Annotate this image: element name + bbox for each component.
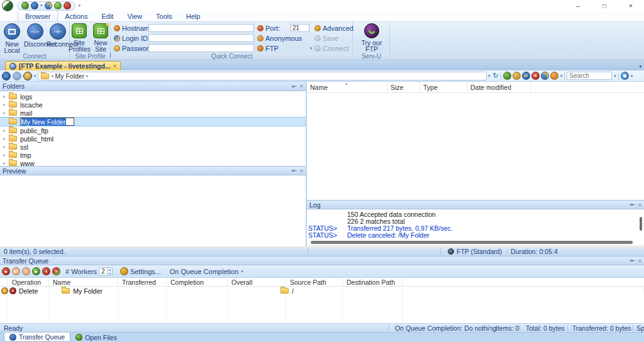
log-pin-icon[interactable] bbox=[630, 202, 635, 207]
tab-transfer-queue[interactable]: Transfer Queue bbox=[4, 333, 70, 342]
app-logo-icon[interactable] bbox=[2, 0, 13, 11]
search-scope-dropdown-icon[interactable]: ▾ bbox=[631, 74, 633, 79]
password-input[interactable] bbox=[148, 44, 254, 52]
tree-item[interactable]: ▸public_ftp bbox=[0, 126, 306, 135]
skip-item-icon[interactable]: ▶‖ bbox=[12, 267, 20, 275]
hostname-input[interactable] bbox=[148, 24, 254, 32]
protocol-dropdown-icon[interactable]: ▾ bbox=[310, 46, 313, 51]
tab-open-files[interactable]: Open Files bbox=[70, 333, 122, 342]
search-input[interactable] bbox=[567, 72, 612, 80]
refresh-icon[interactable]: ↻ bbox=[493, 72, 499, 80]
folder-icon bbox=[9, 136, 17, 141]
port-input[interactable] bbox=[291, 24, 309, 32]
tab-tools[interactable]: Tools bbox=[149, 11, 179, 21]
advanced-button[interactable]: Advanced bbox=[314, 24, 353, 33]
pause-item-icon[interactable]: ‖ bbox=[22, 267, 30, 275]
tree-item-editing[interactable]: My New Folder bbox=[0, 117, 306, 126]
queue-row[interactable]: ‖ ✕ Delete My Folder / bbox=[0, 287, 644, 295]
quick-connect-toolbar-icon[interactable] bbox=[503, 72, 511, 80]
column-operation[interactable]: Operation bbox=[8, 278, 49, 286]
log-body[interactable]: 150 Accepted data connection 226 2 match… bbox=[307, 209, 644, 246]
cancel-item-icon[interactable]: ✕ bbox=[42, 267, 50, 275]
on-queue-completion-menu[interactable]: On Queue Completion bbox=[170, 268, 238, 275]
tab-browser[interactable]: Browser bbox=[18, 11, 58, 21]
column-queue-name[interactable]: Name bbox=[49, 278, 118, 286]
breadcrumb-path[interactable]: My Folder bbox=[55, 72, 85, 80]
tree-item[interactable]: ▸lscache bbox=[0, 101, 306, 109]
qat-disconnect-dropdown-icon[interactable]: ▾ bbox=[40, 3, 43, 8]
tab-list-dropdown-icon[interactable]: ▾ bbox=[639, 64, 641, 69]
reconnect-button[interactable]: ⊣⊢ Reconnect bbox=[47, 23, 69, 47]
log-close-icon[interactable]: × bbox=[638, 202, 641, 208]
transfer-queue-pin-icon[interactable] bbox=[630, 258, 635, 263]
tab-help[interactable]: Help bbox=[179, 11, 208, 21]
resume-queue-icon[interactable]: ▶ bbox=[32, 267, 40, 275]
login-id-input[interactable] bbox=[148, 34, 254, 42]
preview-close-icon[interactable]: × bbox=[300, 168, 303, 174]
cancel-all-icon[interactable]: ✕ bbox=[52, 267, 60, 275]
new-folder-icon[interactable] bbox=[541, 72, 549, 80]
more-actions-icon[interactable] bbox=[550, 72, 558, 80]
session-tab[interactable]: [FTP Example - livetestingd... × bbox=[5, 61, 121, 70]
transfer-queue-close-icon[interactable]: × bbox=[638, 258, 641, 264]
qat-globe-icon[interactable] bbox=[54, 2, 62, 9]
on-queue-completion-dropdown-icon[interactable]: ▾ bbox=[241, 269, 243, 274]
protocol-select[interactable]: FTP bbox=[257, 44, 279, 53]
qat-stop-icon[interactable] bbox=[64, 2, 71, 9]
download-folder-icon[interactable] bbox=[513, 72, 521, 80]
crumb-right-icon[interactable]: ▸ bbox=[86, 74, 89, 79]
connect-button[interactable]: Connect bbox=[314, 44, 348, 53]
log-horizontal-scrollbar[interactable] bbox=[311, 241, 633, 244]
breadcrumb[interactable]: ◂ My Folder ▸ bbox=[38, 72, 487, 80]
delete-icon[interactable]: ✕ bbox=[531, 72, 540, 80]
tab-edit[interactable]: Edit bbox=[94, 11, 120, 21]
workers-stepper[interactable]: 2 ▲▼ bbox=[99, 267, 113, 275]
tab-view[interactable]: View bbox=[120, 11, 149, 21]
column-transferred[interactable]: Transferred bbox=[118, 278, 167, 286]
session-tab-close-icon[interactable]: × bbox=[113, 63, 116, 69]
tab-actions[interactable]: Actions bbox=[58, 11, 94, 21]
rename-edit-box[interactable]: My New Folder bbox=[20, 118, 74, 126]
column-size[interactable]: Size bbox=[387, 82, 420, 92]
preview-pin-icon[interactable] bbox=[291, 168, 297, 174]
tree-item[interactable]: ▸logs bbox=[0, 92, 306, 101]
crumb-left-icon[interactable]: ◂ bbox=[51, 74, 53, 79]
anonymous-toggle[interactable]: Anonymous bbox=[257, 34, 302, 43]
disconnect-button[interactable]: ⊣ ⊢ Disconnect bbox=[24, 23, 47, 47]
settings-button[interactable]: Settings... bbox=[130, 268, 161, 275]
tree-item[interactable]: ▸public_html bbox=[0, 135, 306, 143]
column-completion[interactable]: Completion bbox=[167, 278, 228, 286]
actions-dropdown-icon[interactable]: ▾ bbox=[560, 74, 563, 79]
column-name[interactable]: Name▲ bbox=[307, 82, 387, 92]
stop-queue-icon[interactable]: ■ bbox=[2, 267, 10, 275]
file-list-body[interactable] bbox=[307, 93, 644, 200]
up-folder-button[interactable]: ↑ bbox=[23, 72, 32, 80]
folders-close-icon[interactable]: × bbox=[300, 83, 303, 89]
search-scope-icon[interactable]: ◉ bbox=[621, 72, 629, 80]
address-dropdown-icon[interactable]: ▾ bbox=[488, 74, 491, 79]
tree-item[interactable]: ▸tmp bbox=[0, 151, 306, 159]
qat-settings-icon[interactable] bbox=[45, 2, 52, 9]
folders-pin-icon[interactable] bbox=[291, 84, 297, 89]
column-type[interactable]: Type bbox=[420, 82, 467, 92]
site-profiles-button[interactable]: SiteProfiles bbox=[69, 23, 90, 52]
history-dropdown-icon[interactable]: ▾ bbox=[34, 74, 36, 79]
forward-button[interactable]: → bbox=[13, 72, 21, 80]
search-dropdown-icon[interactable]: ▾ bbox=[614, 74, 616, 79]
transfer-icon[interactable]: ⇄ bbox=[522, 72, 530, 80]
save-button[interactable]: Save bbox=[314, 34, 338, 43]
qat-connect-icon[interactable] bbox=[21, 2, 29, 9]
qat-disconnect-icon[interactable] bbox=[31, 2, 38, 9]
back-button[interactable]: ← bbox=[2, 72, 11, 80]
minimize-button[interactable]: – bbox=[565, 0, 591, 11]
close-button[interactable]: × bbox=[618, 0, 644, 11]
column-overall[interactable]: Overall bbox=[228, 278, 286, 286]
column-source-path[interactable]: Source Path bbox=[286, 278, 343, 286]
qat-customize-dropdown-icon[interactable]: ▾ bbox=[79, 3, 81, 8]
column-date-modified[interactable]: Date modified bbox=[467, 82, 531, 92]
tree-item[interactable]: ▸ssl bbox=[0, 143, 306, 151]
maximize-button[interactable]: □ bbox=[591, 0, 618, 11]
tree-item[interactable]: ▸mail bbox=[0, 109, 306, 117]
column-destination-path[interactable]: Destination Path bbox=[343, 278, 402, 286]
log-vertical-scrollbar[interactable] bbox=[640, 217, 642, 231]
